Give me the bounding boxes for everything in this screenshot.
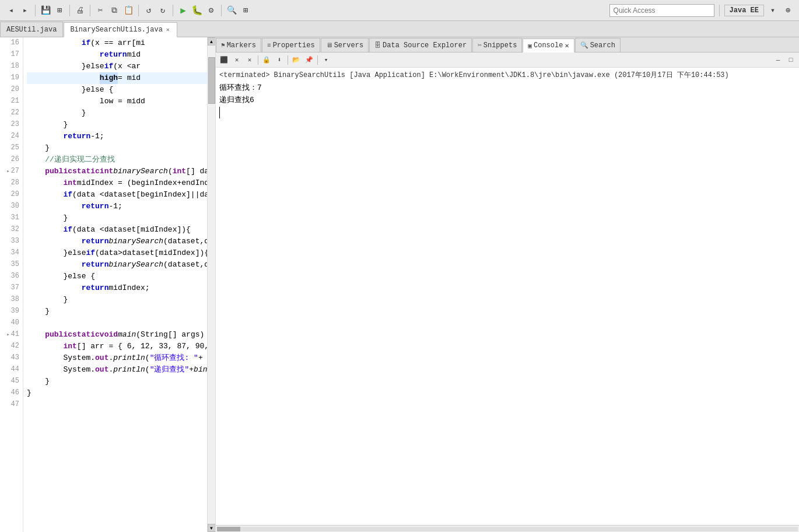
ln-40: 40 [0,317,19,329]
toolbar-undo-icon[interactable]: ↺ [142,4,155,17]
toolbar-sep-4 [138,5,139,16]
panel-tab-snippets-label: Snippets [483,41,517,50]
ln-45: 45 [0,376,19,387]
ln-17: 17 [0,49,19,61]
line-numbers: 16 17 18 19 20 21 22 23 24 25 26 ▸27 28 … [0,37,23,532]
panel-tab-search-label: Search [590,41,615,50]
panel-tab-search[interactable]: 🔍 Search [575,38,621,52]
scroll-end-btn[interactable]: ⬇ [274,54,285,66]
right-pane: ⚑ Markers ≡ Properties 🖥 Servers 🗄 Data … [216,37,799,532]
ln-25: 25 [0,142,19,154]
ln-23: 23 [0,119,19,131]
tab-binarysearch-label: BinarySearchUtils.java [70,26,162,34]
panel-tab-properties[interactable]: ≡ Properties [262,38,320,52]
code-line-17: return mid [27,49,207,61]
panel-tab-properties-label: Properties [273,41,315,50]
console-close-btn[interactable]: ✕ [565,41,569,50]
scroll-track[interactable] [208,46,215,524]
ln-36: 36 [0,271,19,282]
console-scrollbar[interactable] [216,525,799,532]
ln-37: 37 [0,282,19,294]
scroll-thumb[interactable] [208,57,215,104]
remove-launch-btn[interactable]: ✕ [231,54,243,66]
panel-tab-console[interactable]: ▣ Console ✕ [523,38,574,52]
panel-tab-datasource[interactable]: 🗄 Data Source Explorer [369,38,472,52]
ln-28: 28 [0,177,19,189]
ln-32: 32 [0,224,19,236]
code-line-37: return midIndex; [27,282,207,294]
open-file-btn[interactable]: 📂 [290,54,302,66]
perspective-menu-icon[interactable]: ▾ [766,4,779,17]
panel-tabs: ⚑ Markers ≡ Properties 🖥 Servers 🗄 Data … [216,37,799,52]
toolbar-run-icon[interactable]: ▶ [177,4,190,17]
toolbar-run-server-icon[interactable]: ⚙ [205,4,218,17]
code-line-26: //递归实现二分查找 [27,154,207,166]
toolbar-forward-icon[interactable]: ▸ [19,4,31,17]
code-line-39: } [27,306,207,317]
scroll-down-btn[interactable]: ▼ [208,524,216,532]
toolbar-sep-qa [719,5,720,16]
console-scroll-track[interactable] [217,527,798,531]
ln-34: 34 [0,247,19,259]
scroll-lock-btn[interactable]: 🔒 [261,54,272,66]
open-perspective-icon[interactable]: ⊕ [782,4,794,17]
tab-aesutil-label: AESUtil.java [6,26,57,34]
panel-tab-console-label: Console [534,41,563,50]
scroll-up-btn[interactable]: ▲ [208,37,216,46]
minimize-btn[interactable]: — [772,54,784,66]
tab-binarysearch-close[interactable]: ✕ [165,26,171,33]
clear-console-btn[interactable]: ✕ [244,54,255,66]
panel-tab-servers[interactable]: 🖥 Servers [321,38,369,52]
ln-33: 33 [0,236,19,247]
toolbar-paste-icon[interactable]: 📋 [122,4,135,17]
ln-47: 47 [0,399,19,411]
ln-31: 31 [0,212,19,224]
ln-30: 30 [0,201,19,212]
quick-access-section [609,4,714,17]
console-menu-btn[interactable]: ▾ [320,54,332,66]
toolbar-copy-icon[interactable]: ⧉ [108,4,121,17]
ln-24: 24 [0,131,19,142]
panel-tab-markers[interactable]: ⚑ Markers [216,38,261,52]
console-scroll-thumb[interactable] [217,527,240,531]
ln-16: 16 [0,37,19,49]
console-icon: ▣ [528,42,532,50]
quick-access-input[interactable] [609,4,714,17]
tool-sep-3 [317,55,318,65]
toolbar-debug-icon[interactable]: 🐛 [191,4,204,17]
tool-sep-2 [288,55,288,65]
code-content[interactable]: if(x == arr[mi return mid }else if(x <ar [23,37,207,532]
maximize-btn[interactable]: □ [785,54,797,66]
servers-icon: 🖥 [326,41,332,49]
tab-binarysearch[interactable]: BinarySearchUtils.java ✕ [64,22,177,37]
code-line-43: System.out.println("循环查找: " + (binarySea… [27,352,207,364]
ln-46: 46 [0,387,19,399]
console-content[interactable]: <terminated> BinarySearchUtils [Java App… [216,68,799,525]
code-line-46: } [27,387,207,399]
toolbar-print-icon[interactable]: 🖨 [73,4,86,17]
toolbar-save-all-icon[interactable]: ⊞ [53,4,66,17]
panel-tab-datasource-label: Data Source Explorer [383,41,467,50]
terminate-btn[interactable]: ⬛ [218,54,230,66]
ln-22: 22 [0,107,19,119]
code-line-30: return -1; [27,201,207,212]
toolbar-search-icon[interactable]: 🔍 [225,4,238,17]
code-line-36: }else { [27,271,207,282]
toolbar-save-icon[interactable]: 💾 [39,4,52,17]
markers-icon: ⚑ [221,41,225,49]
editor-scrollbar[interactable]: ▲ ▼ [207,37,215,532]
ln-29: 29 [0,189,19,201]
code-line-18: }else if(x <ar [27,61,207,72]
toolbar-back-icon[interactable]: ◂ [5,4,17,17]
toolbar-sep-2 [69,5,70,16]
ln-20: 20 [0,84,19,96]
tab-aesutil[interactable]: AESUtil.java [0,22,63,37]
toolbar-cut-icon[interactable]: ✂ [94,4,107,17]
ln-43: 43 [0,352,19,364]
toolbar-redo-icon[interactable]: ↻ [156,4,169,17]
panel-tab-snippets[interactable]: ✂ Snippets [472,38,522,52]
toolbar-sep-1 [35,5,36,16]
code-line-19: high = mid [27,72,207,84]
pin-console-btn[interactable]: 📌 [303,54,315,66]
toolbar-new-icon[interactable]: ⊞ [239,4,252,17]
